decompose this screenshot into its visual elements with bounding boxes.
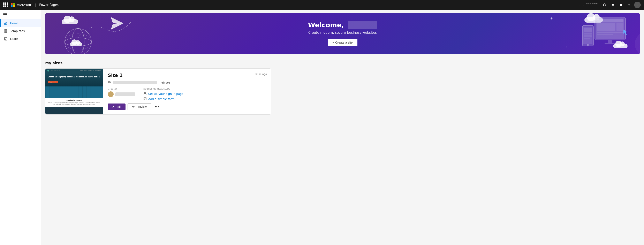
my-sites-section: My sites Company name HomePagesContact u… bbox=[41, 58, 644, 118]
svg-rect-33 bbox=[584, 27, 592, 44]
path-line bbox=[74, 17, 136, 42]
app-name: Power Pages bbox=[39, 3, 58, 7]
hamburger-menu[interactable] bbox=[0, 12, 41, 18]
thumb-hero: Create an engaging headline, welcome, or… bbox=[46, 73, 103, 86]
step-form-label: Add a simple form bbox=[148, 97, 174, 101]
site-timestamp: 33 m ago bbox=[255, 73, 267, 76]
suggested-steps: Suggested next steps Set bbox=[144, 87, 184, 101]
environment-name: •••••••••••••••• bbox=[578, 5, 599, 8]
svg-point-15 bbox=[65, 38, 92, 46]
svg-rect-22 bbox=[595, 17, 626, 40]
svg-rect-29 bbox=[597, 32, 624, 33]
step-form[interactable]: Add a simple form bbox=[144, 97, 184, 101]
avatar-initials: U bbox=[636, 4, 638, 6]
svg-rect-25 bbox=[604, 43, 616, 44]
hero-title: Welcome, bbox=[308, 21, 377, 29]
sidebar-item-templates[interactable]: Templates bbox=[0, 27, 41, 35]
environment-info: Environment •••••••••••••••• bbox=[578, 2, 599, 8]
thumb-headline: Create an engaging headline, welcome, or… bbox=[48, 76, 100, 78]
edit-label: Edit bbox=[116, 105, 122, 108]
globe-illustration bbox=[62, 19, 94, 54]
topbar: Microsoft | Power Pages Environment ••••… bbox=[0, 0, 644, 10]
cloud-2 bbox=[70, 42, 82, 46]
topbar-icons: ? U bbox=[601, 2, 641, 8]
svg-rect-36 bbox=[584, 35, 592, 37]
cloud-1 bbox=[62, 19, 78, 24]
environment-label: Environment bbox=[586, 2, 599, 5]
sidebar: Home Templates bbox=[0, 10, 41, 245]
svg-rect-37 bbox=[584, 38, 590, 40]
edit-icon bbox=[112, 105, 115, 108]
paper-plane-icon bbox=[111, 17, 123, 30]
environment-switcher-btn[interactable] bbox=[601, 2, 608, 8]
site-thumbnail: Company name HomePagesContact usMore ite… bbox=[46, 68, 103, 114]
step-form-icon bbox=[144, 97, 147, 101]
step-signin-icon bbox=[144, 92, 147, 96]
user-avatar[interactable]: U bbox=[634, 2, 641, 8]
notifications-btn[interactable] bbox=[610, 2, 616, 8]
microsoft-wordmark: Microsoft bbox=[16, 3, 32, 7]
creator-info: •••• •••••• bbox=[108, 92, 135, 97]
more-label: ••• bbox=[155, 104, 159, 109]
thumb-intro-body: Create a short paragraph that shows your… bbox=[48, 102, 100, 105]
suggested-steps-label: Suggested next steps bbox=[144, 87, 184, 90]
more-options-button[interactable]: ••• bbox=[153, 104, 161, 110]
svg-rect-35 bbox=[584, 33, 592, 34]
svg-rect-27 bbox=[597, 22, 615, 31]
microsoft-logo: Microsoft bbox=[11, 3, 32, 7]
svg-rect-4 bbox=[4, 30, 7, 32]
help-btn[interactable]: ? bbox=[626, 2, 632, 8]
site-card: Company name HomePagesContact usMore ite… bbox=[45, 68, 271, 114]
hero-user-name bbox=[348, 21, 377, 29]
svg-rect-32 bbox=[582, 26, 594, 46]
hero-welcome: Welcome, bbox=[308, 21, 344, 29]
cloud-4 bbox=[613, 44, 628, 48]
waffle-menu[interactable] bbox=[3, 2, 8, 8]
devices-illustration bbox=[582, 13, 632, 54]
main-content: Welcome, Create modern, secure business … bbox=[41, 10, 644, 245]
app-body: Home Templates bbox=[0, 10, 644, 245]
creator-label: Creator bbox=[108, 87, 135, 90]
svg-rect-5 bbox=[5, 30, 6, 31]
site-users-icon bbox=[108, 80, 112, 85]
svg-rect-34 bbox=[584, 28, 592, 32]
thumb-company: Company name bbox=[51, 70, 60, 72]
svg-point-38 bbox=[587, 44, 589, 46]
blob-decoration bbox=[599, 34, 640, 54]
svg-point-16 bbox=[65, 34, 92, 50]
hero-subtitle: Create modern, secure business websites bbox=[308, 30, 377, 34]
svg-rect-7 bbox=[5, 31, 6, 32]
thumb-header: Company name HomePagesContact usMore ite… bbox=[46, 68, 103, 73]
thumb-cta: Apply an action bbox=[48, 81, 58, 83]
sparkle-2 bbox=[580, 24, 582, 26]
learn-icon bbox=[4, 37, 8, 41]
site-url-text: ••••••••.powerappsportals.com bbox=[113, 81, 157, 84]
preview-button[interactable]: Preview bbox=[128, 103, 151, 110]
hero-text-block: Welcome, Create modern, secure business … bbox=[308, 21, 377, 46]
svg-rect-24 bbox=[608, 40, 612, 43]
site-visibility: - Private bbox=[159, 81, 170, 84]
site-url-row: ••••••••.powerappsportals.com - Private bbox=[108, 80, 266, 85]
home-icon bbox=[4, 21, 8, 25]
creator-avatar bbox=[108, 92, 114, 97]
site-actions: Edit Preview ••• bbox=[108, 103, 266, 110]
svg-marker-21 bbox=[111, 17, 123, 30]
thumb-intro-title: Introduction section bbox=[48, 100, 100, 101]
svg-rect-23 bbox=[596, 18, 624, 38]
cloud-3 bbox=[584, 17, 603, 22]
svg-point-40 bbox=[110, 81, 111, 82]
create-site-button[interactable]: + Create a site bbox=[328, 38, 358, 46]
step-signin[interactable]: Set up your sign in page bbox=[144, 92, 184, 96]
svg-rect-6 bbox=[6, 30, 6, 31]
home-label: Home bbox=[10, 22, 18, 25]
svg-rect-30 bbox=[597, 34, 613, 35]
sidebar-item-home[interactable]: Home bbox=[0, 19, 41, 27]
svg-marker-31 bbox=[624, 30, 627, 35]
svg-rect-3 bbox=[5, 24, 6, 25]
edit-button[interactable]: Edit bbox=[108, 104, 126, 110]
settings-btn[interactable] bbox=[618, 2, 624, 8]
site-meta-row: Creator •••• •••••• Suggested next steps bbox=[108, 87, 266, 101]
sidebar-item-learn[interactable]: Learn bbox=[0, 35, 41, 43]
create-site-label: + Create a site bbox=[332, 41, 353, 44]
sparkle-1 bbox=[550, 16, 554, 20]
